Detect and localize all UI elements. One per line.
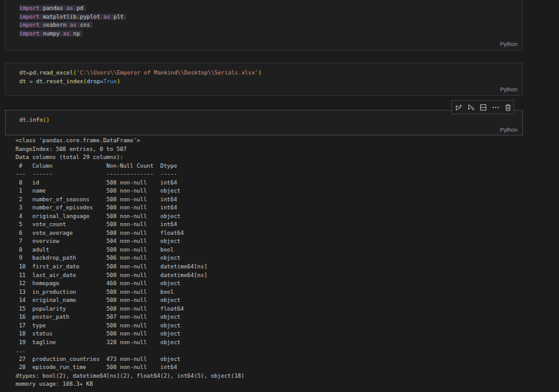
code-line: import seaborn as sns	[19, 21, 522, 30]
split-cell-icon[interactable]	[478, 102, 489, 113]
delete-cell-icon[interactable]	[502, 102, 514, 113]
code-editor-read-excel[interactable]: dt=pd.read_excel('C:\\Users\\Emperor of …	[6, 63, 522, 86]
code-cell-info[interactable]: dt.info() Python	[5, 110, 523, 135]
code-cell-imports[interactable]: import pandas as pdimport matplotlib.pyp…	[5, 0, 523, 51]
code-line: import numpy as np	[19, 30, 522, 39]
cell-output-text: <class 'pandas.core.frame.DataFrame'> Ra…	[16, 137, 244, 389]
code-editor-info[interactable]: dt.info()	[6, 111, 522, 125]
code-cell-read-excel[interactable]: dt=pd.read_excel('C:\\Users\\Emperor of …	[5, 63, 523, 96]
code-line: dt=pd.read_excel('C:\\Users\\Emperor of …	[19, 69, 522, 78]
code-editor-imports[interactable]: import pandas as pdimport matplotlib.pyp…	[6, 0, 522, 38]
cell-language-label[interactable]: Python	[500, 41, 517, 47]
cell-language-label[interactable]: Python	[500, 127, 517, 133]
code-line: dt = dt.reset_index(drop=True)	[19, 78, 522, 86]
code-line: dt.info()	[19, 116, 522, 125]
code-line: import matplotlib.pyplot as plt	[19, 13, 522, 22]
code-line: import pandas as pd	[19, 4, 522, 13]
run-below-icon[interactable]	[465, 102, 476, 113]
more-actions-icon[interactable]	[490, 102, 501, 113]
cell-toolbar	[452, 100, 514, 114]
run-above-icon[interactable]	[453, 102, 464, 113]
cell-language-label[interactable]: Python	[500, 86, 517, 93]
